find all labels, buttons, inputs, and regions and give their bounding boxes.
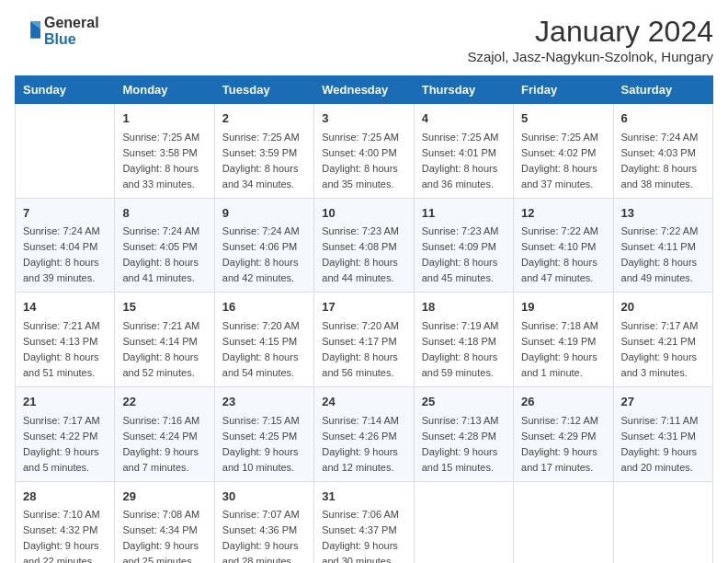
day-info: Sunrise: 7:16 AMSunset: 4:24 PMDaylight:… [122, 415, 199, 473]
header-thursday: Thursday [414, 76, 513, 104]
day-cell: 23 Sunrise: 7:15 AMSunset: 4:25 PMDaylig… [214, 387, 313, 482]
day-cell: 28 Sunrise: 7:10 AMSunset: 4:32 PMDaylig… [16, 481, 115, 563]
day-info: Sunrise: 7:13 AMSunset: 4:28 PMDaylight:… [422, 415, 499, 473]
day-number: 21 [23, 393, 107, 411]
day-cell [514, 481, 613, 563]
day-cell: 12 Sunrise: 7:22 AMSunset: 4:10 PMDaylig… [514, 198, 613, 293]
day-info: Sunrise: 7:24 AMSunset: 4:04 PMDaylight:… [23, 225, 100, 283]
day-cell: 10 Sunrise: 7:23 AMSunset: 4:08 PMDaylig… [314, 198, 414, 293]
week-row-5: 28 Sunrise: 7:10 AMSunset: 4:32 PMDaylig… [16, 481, 713, 563]
day-cell [613, 481, 712, 563]
header-wednesday: Wednesday [314, 76, 414, 104]
day-cell: 22 Sunrise: 7:16 AMSunset: 4:24 PMDaylig… [115, 387, 214, 482]
day-number: 20 [621, 298, 705, 316]
day-cell [16, 104, 115, 199]
day-number: 18 [422, 298, 506, 316]
day-info: Sunrise: 7:10 AMSunset: 4:32 PMDaylight:… [23, 509, 100, 563]
day-info: Sunrise: 7:11 AMSunset: 4:31 PMDaylight:… [621, 415, 699, 473]
day-number: 13 [621, 204, 705, 223]
day-cell: 15 Sunrise: 7:21 AMSunset: 4:14 PMDaylig… [115, 293, 214, 387]
day-info: Sunrise: 7:17 AMSunset: 4:22 PMDaylight:… [23, 415, 100, 473]
day-number: 17 [322, 298, 405, 316]
day-cell: 7 Sunrise: 7:24 AMSunset: 4:04 PMDayligh… [16, 198, 115, 293]
day-cell: 11 Sunrise: 7:23 AMSunset: 4:09 PMDaylig… [414, 198, 513, 293]
day-number: 14 [23, 298, 107, 316]
month-title: January 2024 [467, 15, 713, 49]
day-cell: 30 Sunrise: 7:07 AMSunset: 4:36 PMDaylig… [214, 481, 313, 563]
day-number: 2 [222, 109, 306, 128]
day-cell: 29 Sunrise: 7:08 AMSunset: 4:34 PMDaylig… [115, 481, 214, 563]
day-number: 7 [23, 204, 107, 223]
day-cell: 17 Sunrise: 7:20 AMSunset: 4:17 PMDaylig… [314, 293, 414, 387]
day-info: Sunrise: 7:22 AMSunset: 4:10 PMDaylight:… [521, 225, 598, 283]
calendar-header-row: SundayMondayTuesdayWednesdayThursdayFrid… [16, 76, 713, 104]
day-info: Sunrise: 7:22 AMSunset: 4:11 PMDaylight:… [621, 225, 699, 283]
page-header: General Blue January 2024 Szajol, Jasz-N… [15, 15, 713, 64]
day-info: Sunrise: 7:20 AMSunset: 4:17 PMDaylight:… [322, 320, 399, 378]
day-cell [414, 481, 513, 563]
day-info: Sunrise: 7:24 AMSunset: 4:03 PMDaylight:… [621, 132, 699, 190]
day-cell: 5 Sunrise: 7:25 AMSunset: 4:02 PMDayligh… [514, 104, 613, 199]
day-cell: 18 Sunrise: 7:19 AMSunset: 4:18 PMDaylig… [414, 293, 513, 387]
day-number: 5 [521, 109, 605, 128]
day-cell: 2 Sunrise: 7:25 AMSunset: 3:59 PMDayligh… [214, 104, 313, 199]
day-cell: 4 Sunrise: 7:25 AMSunset: 4:01 PMDayligh… [414, 104, 513, 199]
day-info: Sunrise: 7:17 AMSunset: 4:21 PMDaylight:… [621, 320, 699, 378]
day-number: 23 [222, 393, 306, 411]
day-number: 26 [521, 393, 605, 411]
day-info: Sunrise: 7:12 AMSunset: 4:29 PMDaylight:… [521, 415, 598, 473]
day-info: Sunrise: 7:21 AMSunset: 4:13 PMDaylight:… [23, 320, 100, 378]
day-info: Sunrise: 7:07 AMSunset: 4:36 PMDaylight:… [222, 509, 300, 563]
day-number: 25 [422, 393, 506, 411]
header-monday: Monday [115, 76, 214, 104]
day-cell: 13 Sunrise: 7:22 AMSunset: 4:11 PMDaylig… [613, 198, 712, 293]
day-number: 22 [122, 393, 206, 411]
day-info: Sunrise: 7:21 AMSunset: 4:14 PMDaylight:… [122, 320, 199, 378]
day-info: Sunrise: 7:15 AMSunset: 4:25 PMDaylight:… [222, 415, 300, 473]
day-info: Sunrise: 7:24 AMSunset: 4:05 PMDaylight:… [122, 225, 199, 283]
day-number: 12 [521, 204, 605, 223]
day-info: Sunrise: 7:25 AMSunset: 4:00 PMDaylight:… [322, 132, 399, 190]
day-cell: 6 Sunrise: 7:24 AMSunset: 4:03 PMDayligh… [613, 104, 712, 199]
day-number: 24 [322, 393, 405, 411]
week-row-4: 21 Sunrise: 7:17 AMSunset: 4:22 PMDaylig… [16, 387, 713, 482]
day-info: Sunrise: 7:06 AMSunset: 4:37 PMDaylight:… [322, 509, 399, 563]
day-number: 11 [422, 204, 506, 223]
header-friday: Friday [514, 76, 613, 104]
day-number: 30 [222, 488, 306, 506]
day-info: Sunrise: 7:19 AMSunset: 4:18 PMDaylight:… [422, 320, 499, 378]
day-info: Sunrise: 7:23 AMSunset: 4:08 PMDaylight:… [322, 225, 399, 283]
day-cell: 24 Sunrise: 7:14 AMSunset: 4:26 PMDaylig… [314, 387, 414, 482]
day-number: 27 [621, 393, 705, 411]
day-number: 3 [322, 109, 405, 128]
day-number: 4 [422, 109, 506, 128]
week-row-1: 1 Sunrise: 7:25 AMSunset: 3:58 PMDayligh… [16, 104, 713, 199]
day-cell: 26 Sunrise: 7:12 AMSunset: 4:29 PMDaylig… [514, 387, 613, 482]
day-number: 15 [122, 298, 206, 316]
logo: General Blue [15, 15, 99, 47]
day-cell: 21 Sunrise: 7:17 AMSunset: 4:22 PMDaylig… [16, 387, 115, 482]
day-number: 10 [322, 204, 405, 223]
day-number: 1 [122, 109, 206, 128]
logo-icon [15, 18, 40, 44]
day-cell: 31 Sunrise: 7:06 AMSunset: 4:37 PMDaylig… [314, 481, 414, 563]
day-number: 29 [122, 488, 206, 506]
day-cell: 20 Sunrise: 7:17 AMSunset: 4:21 PMDaylig… [613, 293, 712, 387]
header-tuesday: Tuesday [214, 76, 313, 104]
day-info: Sunrise: 7:25 AMSunset: 4:02 PMDaylight:… [521, 132, 598, 190]
day-info: Sunrise: 7:18 AMSunset: 4:19 PMDaylight:… [521, 320, 598, 378]
day-cell: 25 Sunrise: 7:13 AMSunset: 4:28 PMDaylig… [414, 387, 513, 482]
location-subtitle: Szajol, Jasz-Nagykun-Szolnok, Hungary [467, 49, 713, 64]
logo-text: General Blue [44, 15, 99, 47]
day-info: Sunrise: 7:24 AMSunset: 4:06 PMDaylight:… [222, 225, 300, 283]
header-sunday: Sunday [16, 76, 115, 104]
day-cell: 19 Sunrise: 7:18 AMSunset: 4:19 PMDaylig… [514, 293, 613, 387]
day-cell: 9 Sunrise: 7:24 AMSunset: 4:06 PMDayligh… [214, 198, 313, 293]
week-row-3: 14 Sunrise: 7:21 AMSunset: 4:13 PMDaylig… [16, 293, 713, 387]
day-number: 9 [222, 204, 306, 223]
day-cell: 27 Sunrise: 7:11 AMSunset: 4:31 PMDaylig… [613, 387, 712, 482]
day-cell: 3 Sunrise: 7:25 AMSunset: 4:00 PMDayligh… [314, 104, 414, 199]
day-cell: 14 Sunrise: 7:21 AMSunset: 4:13 PMDaylig… [16, 293, 115, 387]
day-info: Sunrise: 7:14 AMSunset: 4:26 PMDaylight:… [322, 415, 399, 473]
day-cell: 16 Sunrise: 7:20 AMSunset: 4:15 PMDaylig… [214, 293, 313, 387]
